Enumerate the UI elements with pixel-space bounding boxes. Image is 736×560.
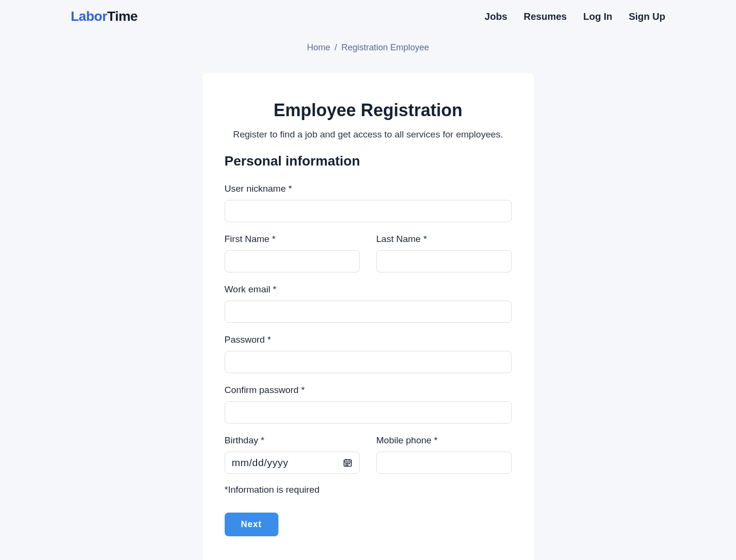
- birthday-label: Birthday *: [225, 435, 360, 446]
- svg-point-4: [346, 463, 346, 464]
- required-footnote: *Information is required: [225, 484, 512, 495]
- work-email-label: Work email *: [225, 284, 512, 295]
- main-nav: Jobs Resumes Log In Sign Up: [485, 11, 665, 22]
- confirm-password-label: Confirm password *: [225, 385, 512, 395]
- first-name-label: First Name *: [225, 234, 360, 244]
- nav-signup[interactable]: Sign Up: [629, 11, 665, 22]
- logo-second: Time: [107, 9, 138, 24]
- breadcrumb-home[interactable]: Home: [307, 43, 330, 52]
- last-name-label: Last Name *: [376, 234, 512, 244]
- nickname-label: User nickname *: [225, 183, 512, 194]
- work-email-input[interactable]: [225, 301, 512, 323]
- section-title: Personal information: [225, 153, 512, 169]
- birthday-input[interactable]: mm/dd/yyyy: [225, 452, 360, 474]
- registration-card: Employee Registration Register to find a…: [202, 73, 534, 560]
- breadcrumb-current: Registration Employee: [341, 43, 429, 52]
- logo[interactable]: LaborTime: [71, 9, 138, 24]
- nav-login[interactable]: Log In: [583, 11, 612, 22]
- last-name-input[interactable]: [376, 250, 512, 272]
- svg-point-6: [349, 463, 350, 464]
- nickname-input[interactable]: [225, 200, 512, 222]
- mobile-phone-label: Mobile phone *: [376, 435, 512, 446]
- confirm-password-input[interactable]: [225, 401, 512, 424]
- header: LaborTime Jobs Resumes Log In Sign Up: [71, 0, 665, 31]
- calendar-icon[interactable]: [343, 458, 353, 468]
- birthday-placeholder: mm/dd/yyyy: [232, 457, 289, 469]
- svg-point-7: [346, 465, 346, 465]
- logo-first: Labor: [71, 9, 107, 24]
- mobile-phone-input[interactable]: [376, 452, 512, 474]
- nav-resumes[interactable]: Resumes: [524, 11, 567, 22]
- password-label: Password *: [225, 334, 512, 345]
- page-title: Employee Registration: [225, 100, 512, 121]
- nav-jobs[interactable]: Jobs: [485, 11, 507, 22]
- page-subtitle: Register to find a job and get access to…: [225, 129, 512, 140]
- svg-point-8: [347, 465, 348, 465]
- breadcrumb-sep: /: [335, 43, 337, 52]
- svg-point-5: [347, 463, 348, 464]
- first-name-input[interactable]: [225, 250, 360, 272]
- next-button[interactable]: Next: [225, 513, 278, 536]
- registration-form: User nickname * First Name * Last Name *…: [225, 183, 512, 536]
- password-input[interactable]: [225, 351, 512, 373]
- breadcrumb: Home / Registration Employee: [71, 43, 665, 53]
